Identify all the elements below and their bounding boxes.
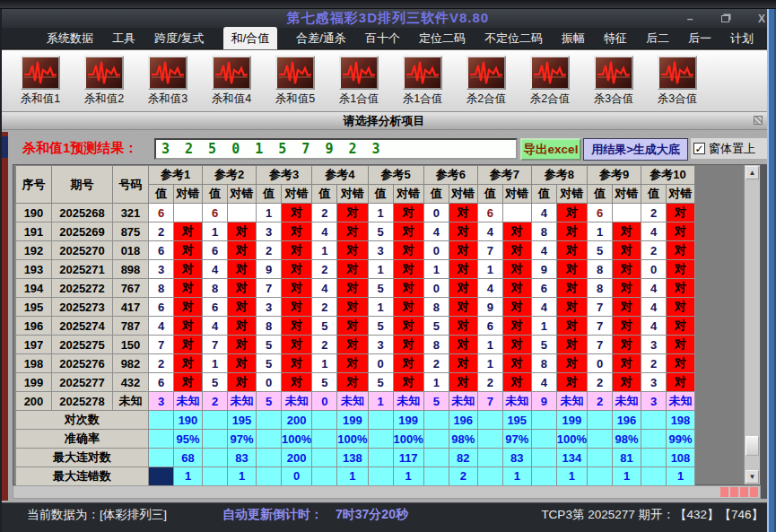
cell-result[interactable]: 未知 — [556, 392, 587, 411]
menu-item-11[interactable]: 后二 — [646, 31, 669, 47]
cell-value[interactable]: 4 — [531, 373, 556, 392]
cell-result[interactable]: 对 — [667, 354, 695, 373]
cell-value[interactable]: 3 — [149, 260, 174, 279]
cell-number[interactable]: 018 — [113, 241, 149, 260]
cell-result[interactable]: 对 — [228, 241, 257, 260]
cell-result[interactable]: 对 — [174, 241, 203, 260]
cell-seq[interactable]: 196 — [16, 317, 52, 336]
tool-button-8[interactable]: 杀2合值 — [458, 56, 515, 107]
cell-value[interactable]: 4 — [641, 298, 667, 317]
cell-value[interactable]: 4 — [531, 241, 556, 260]
cell-value[interactable]: 8 — [588, 279, 613, 298]
cell-value[interactable]: 6 — [203, 241, 228, 260]
summary-spacer[interactable] — [149, 449, 174, 467]
cell-value[interactable]: 3 — [368, 241, 393, 260]
vertical-scrollbar[interactable]: ▲ ▼ — [744, 165, 760, 484]
cell-number[interactable]: 未知 — [113, 392, 149, 411]
cell-value[interactable]: 6 — [203, 204, 228, 222]
cell-result[interactable]: 对 — [449, 222, 477, 241]
cell-result[interactable]: 对 — [556, 279, 587, 298]
cell-issue[interactable]: 2025273 — [52, 298, 113, 317]
summary-spacer[interactable] — [423, 467, 449, 486]
cell-value[interactable]: 4 — [149, 317, 174, 336]
tool-button-11[interactable]: 杀3合值 — [649, 56, 706, 107]
cell-result[interactable]: 对 — [228, 279, 257, 298]
cell-value[interactable]: 1 — [477, 336, 502, 354]
summary-spacer[interactable] — [257, 467, 282, 486]
summary-spacer[interactable] — [203, 411, 228, 430]
cell-result[interactable]: 对 — [337, 298, 368, 317]
cell-value[interactable]: 4 — [531, 204, 556, 222]
cell-result[interactable]: 对 — [393, 204, 423, 222]
cell-number[interactable]: 150 — [113, 336, 149, 354]
cell-result[interactable]: 对 — [667, 298, 695, 317]
cell-value[interactable]: 2 — [149, 354, 174, 373]
summary-spacer[interactable] — [423, 430, 449, 449]
cell-result[interactable]: 对 — [667, 317, 695, 336]
cell-result[interactable]: 对 — [337, 204, 368, 222]
cell-value[interactable]: 2 — [477, 373, 502, 392]
cell-value[interactable]: 4 — [531, 298, 556, 317]
cell-result[interactable]: 对 — [502, 279, 531, 298]
summary-spacer[interactable] — [203, 449, 228, 467]
cell-result[interactable]: 对 — [282, 241, 312, 260]
cell-seq[interactable]: 191 — [16, 222, 52, 241]
cell-result[interactable]: 对 — [449, 204, 477, 222]
summary-spacer[interactable] — [588, 467, 613, 486]
cell-value[interactable]: 2 — [312, 204, 337, 222]
cell-result[interactable]: 对 — [502, 222, 531, 241]
summary-spacer[interactable] — [641, 467, 667, 486]
cell-result[interactable]: 对 — [667, 222, 695, 241]
cell-issue[interactable]: 2025272 — [52, 279, 113, 298]
cell-result[interactable]: 对 — [228, 222, 257, 241]
cell-number[interactable]: 898 — [113, 260, 149, 279]
cell-value[interactable]: 2 — [641, 204, 667, 222]
cell-value[interactable]: 8 — [257, 317, 282, 336]
cell-result[interactable]: 对 — [174, 354, 203, 373]
menu-item-8[interactable]: 不定位二码 — [484, 31, 543, 47]
summary-spacer[interactable] — [368, 449, 393, 467]
menu-item-5[interactable]: 合差/通杀 — [296, 31, 346, 47]
cell-result[interactable]: 对 — [613, 241, 641, 260]
prediction-result-input[interactable] — [154, 138, 518, 160]
summary-spacer[interactable] — [149, 430, 174, 449]
cell-value[interactable]: 5 — [423, 392, 449, 411]
cell-issue[interactable]: 2025268 — [52, 204, 113, 222]
cell-result[interactable]: 对 — [613, 373, 641, 392]
cell-result[interactable]: 对 — [393, 298, 423, 317]
cell-result[interactable]: 未知 — [282, 392, 312, 411]
cell-value[interactable]: 6 — [477, 317, 502, 336]
cell-result[interactable]: 对 — [449, 354, 477, 373]
cell-value[interactable]: 1 — [368, 204, 393, 222]
cell-value[interactable]: 1 — [257, 204, 282, 222]
summary-spacer[interactable] — [531, 449, 556, 467]
cell-value[interactable]: 2 — [641, 241, 667, 260]
cell-result[interactable]: 对 — [449, 260, 477, 279]
summary-spacer[interactable] — [257, 449, 282, 467]
cell-result[interactable]: 对 — [282, 298, 312, 317]
summary-spacer[interactable] — [312, 411, 337, 430]
cell-value[interactable]: 2 — [257, 241, 282, 260]
cell-result[interactable]: 对 — [393, 241, 423, 260]
cell-value[interactable]: 9 — [531, 392, 556, 411]
cell-value[interactable]: 0 — [368, 354, 393, 373]
cell-value[interactable]: 5 — [257, 354, 282, 373]
cell-result[interactable]: 对 — [667, 336, 695, 354]
scrollbar-thumb[interactable] — [745, 436, 759, 456]
cell-seq[interactable]: 190 — [16, 204, 52, 222]
cell-result[interactable]: 对 — [556, 317, 587, 336]
cell-result[interactable]: 对 — [667, 373, 695, 392]
cell-result[interactable]: 对 — [174, 222, 203, 241]
cell-value[interactable]: 5 — [368, 279, 393, 298]
cell-value[interactable]: 4 — [641, 317, 667, 336]
cell-number[interactable]: 875 — [113, 222, 149, 241]
cell-result[interactable]: 对 — [502, 317, 531, 336]
summary-spacer[interactable] — [203, 430, 228, 449]
cell-value[interactable]: 9 — [477, 298, 502, 317]
summary-spacer[interactable] — [368, 411, 393, 430]
cell-value[interactable]: 9 — [257, 260, 282, 279]
cell-value[interactable]: 9 — [531, 260, 556, 279]
cell-value[interactable]: 8 — [531, 354, 556, 373]
menu-item-6[interactable]: 百十个 — [365, 31, 400, 47]
cell-seq[interactable]: 192 — [16, 241, 52, 260]
